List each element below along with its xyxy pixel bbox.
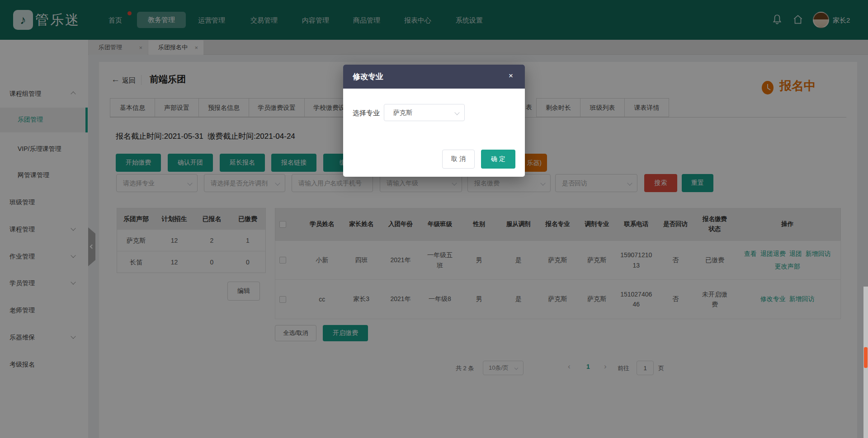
close-icon[interactable]: × (509, 71, 513, 80)
modal-title: 修改专业 (353, 65, 383, 89)
confirm-button[interactable]: 确 定 (481, 150, 515, 169)
major-select[interactable]: 萨克斯 (384, 104, 465, 121)
modify-major-modal: 修改专业 × 选择专业 萨克斯 取 消 确 定 (343, 65, 525, 177)
major-select-value: 萨克斯 (393, 109, 412, 116)
modal-header: 修改专业 × (343, 65, 525, 89)
cancel-button[interactable]: 取 消 (442, 150, 475, 169)
chevron-down-icon (454, 110, 459, 115)
select-major-label: 选择专业 (353, 109, 380, 118)
scrollbar-thumb[interactable] (864, 347, 868, 368)
app-window: ♪ 管乐迷 首页 教务管理 运营管理 交易管理 内容管理 商品管理 报表中心 系… (0, 0, 868, 438)
